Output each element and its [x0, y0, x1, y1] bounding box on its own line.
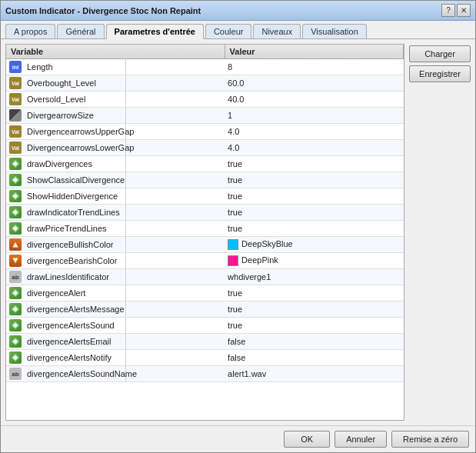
param-icon	[9, 287, 22, 299]
param-name-text: Overbought_Level	[27, 78, 96, 88]
param-name-text: DivergencearrowsLowerGap	[27, 143, 134, 152]
param-name-text: divergenceAlertsSound	[27, 321, 115, 330]
table-row: abdivergenceAlertsSoundNamealert1.wav	[6, 366, 404, 382]
param-value: true	[225, 188, 403, 205]
param-value: DeepPink	[225, 253, 403, 269]
param-name: ValOverbought_Level	[6, 75, 126, 91]
param-name-text: Length	[27, 62, 53, 72]
title-bar: Custom Indicator - Divergence Stoc Non R…	[1, 1, 475, 21]
param-name-text: drawDivergences	[27, 159, 92, 168]
param-name: ShowClassicalDivergence	[6, 172, 126, 188]
parameters-table: Variable Valeur intLength8ValOverbought_…	[6, 45, 404, 382]
table-row: ValOversold_Level40.0	[6, 92, 404, 108]
table-row: ShowHiddenDivergencetrue	[6, 188, 404, 205]
table-row: drawPriceTrendLinestrue	[6, 221, 404, 237]
param-name: divergenceAlert	[6, 285, 126, 301]
param-name-text: divergenceBearishColor	[27, 256, 117, 265]
table-row: intLength8	[6, 59, 404, 75]
close-button[interactable]: ✕	[457, 4, 471, 17]
window-title: Custom Indicator - Divergence Stoc Non R…	[5, 6, 201, 15]
param-icon	[9, 190, 22, 202]
main-window: Custom Indicator - Divergence Stoc Non R…	[0, 0, 476, 453]
param-name-text: drawIndicatorTrendLines	[27, 208, 120, 217]
param-name-text: DivergearrowSize	[27, 111, 94, 120]
param-icon	[9, 222, 22, 235]
param-value: 4.0	[225, 140, 403, 156]
tab-niveaux[interactable]: Niveaux	[253, 24, 301, 38]
param-name-text: DivergencearrowsUpperGap	[27, 127, 134, 136]
tab-couleur[interactable]: Couleur	[205, 24, 252, 38]
tab-parametres[interactable]: Parametres d'entrée	[106, 24, 204, 39]
table-row: drawDivergencestrue	[6, 156, 404, 172]
param-name: drawIndicatorTrendLines	[6, 205, 126, 220]
table-row: divergenceAlertsSoundtrue	[6, 318, 404, 334]
help-button[interactable]: ?	[441, 4, 455, 17]
param-name-text: divergenceAlert	[27, 288, 85, 298]
param-icon	[9, 351, 22, 364]
param-name: drawPriceTrendLines	[6, 221, 126, 236]
param-name-text: drawLinesIdentificator	[27, 272, 109, 281]
table-row: ShowClassicalDivergencetrue	[6, 172, 404, 188]
annuler-button[interactable]: Annuler	[335, 431, 387, 448]
param-name: ShowHiddenDivergence	[6, 188, 126, 204]
param-value: true	[225, 156, 403, 172]
param-name: ValDivergencearrowsUpperGap	[6, 124, 126, 139]
title-bar-buttons: ? ✕	[441, 4, 471, 17]
param-icon: Val	[9, 142, 22, 154]
param-name: intLength	[6, 59, 126, 75]
param-value: true	[225, 318, 403, 334]
tab-apropos[interactable]: A propos	[5, 24, 55, 38]
param-name: divergenceAlertsSound	[6, 318, 126, 333]
table-row: divergenceAlertsNotifyfalse	[6, 350, 404, 366]
param-value: true	[225, 221, 403, 237]
parameters-table-container: Variable Valeur intLength8ValOverbought_…	[5, 44, 404, 421]
ok-button[interactable]: OK	[284, 431, 330, 448]
param-name-text: divergenceAlertsEmail	[27, 337, 111, 346]
param-name-text: drawPriceTrendLines	[27, 224, 107, 233]
remise-button[interactable]: Remise a zéro	[391, 431, 469, 448]
param-value: 60.0	[225, 75, 403, 92]
param-name-text: ShowClassicalDivergence	[27, 175, 125, 185]
color-swatch	[228, 239, 238, 250]
param-name: DivergearrowSize	[6, 108, 126, 123]
col-variable: Variable	[6, 45, 225, 59]
table-row: divergenceAlertsMessagetrue	[6, 301, 404, 318]
param-icon	[9, 335, 22, 348]
charger-button[interactable]: Charger	[409, 45, 471, 62]
param-value: 40.0	[225, 92, 403, 108]
table-row: divergenceAlerttrue	[6, 285, 404, 301]
param-value: true	[225, 301, 403, 318]
param-icon: ab	[9, 271, 22, 283]
tab-general[interactable]: Général	[57, 24, 104, 38]
table-row: DivergearrowSize1	[6, 108, 404, 124]
param-value: true	[225, 205, 403, 221]
param-name: divergenceBullishColor	[6, 237, 126, 252]
tab-visualisation[interactable]: Visualisation	[302, 24, 367, 38]
table-row: ValDivergencearrowsLowerGap4.0	[6, 140, 404, 156]
table-row: divergenceBearishColorDeepPink	[6, 253, 404, 269]
param-name: abdrawLinesIdentificator	[6, 269, 126, 285]
param-name: divergenceBearishColor	[6, 253, 126, 268]
param-icon: Val	[9, 125, 22, 138]
param-name-text: divergenceBullishColor	[27, 240, 114, 249]
param-icon	[9, 206, 22, 218]
param-value: DeepSkyBlue	[225, 237, 403, 253]
table-row: ValDivergencearrowsUpperGap4.0	[6, 124, 404, 140]
param-name: drawDivergences	[6, 156, 126, 172]
param-icon	[9, 303, 22, 315]
param-value: alert1.wav	[225, 366, 403, 382]
enregistrer-button[interactable]: Enregistrer	[409, 65, 471, 82]
param-value: true	[225, 172, 403, 188]
param-name: divergenceAlertsNotify	[6, 350, 126, 365]
param-icon: ab	[9, 368, 22, 380]
param-icon	[9, 238, 22, 251]
param-value: 1	[225, 108, 403, 124]
param-value: whdiverge1	[225, 269, 403, 285]
param-name: ValOversold_Level	[6, 92, 126, 107]
param-icon	[9, 174, 22, 186]
table-row: abdrawLinesIdentificatorwhdiverge1	[6, 269, 404, 285]
param-icon	[9, 319, 22, 331]
side-buttons-panel: Charger Enregistrer	[409, 44, 471, 421]
param-name-text: ShowHiddenDivergence	[27, 192, 118, 201]
param-icon: int	[9, 61, 22, 73]
